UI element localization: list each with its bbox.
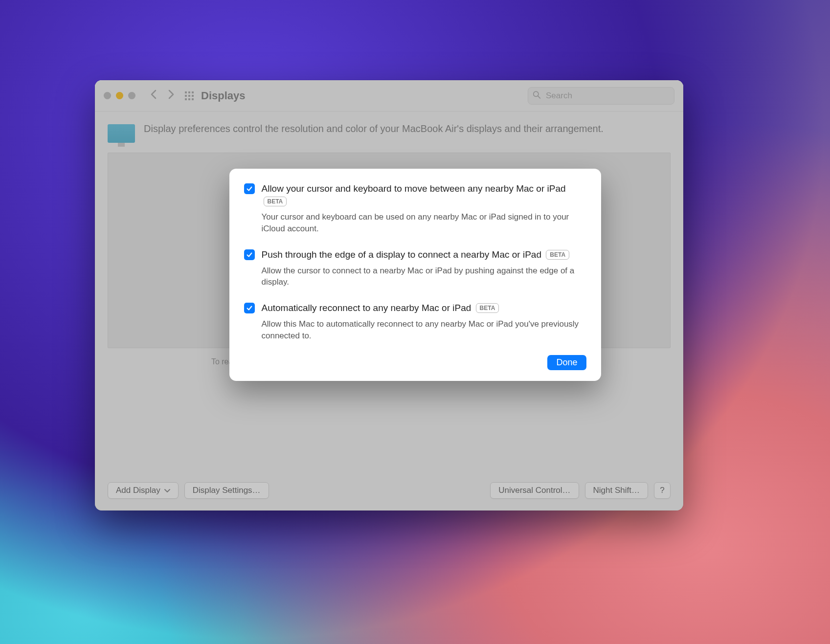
check-icon xyxy=(246,185,253,192)
option-description: Allow this Mac to automatically reconnec… xyxy=(262,318,586,342)
option-push-through-edge: Push through the edge of a display to co… xyxy=(244,248,586,288)
checkbox-auto-reconnect[interactable] xyxy=(244,303,255,313)
option-title: Automatically reconnect to any nearby Ma… xyxy=(262,302,586,314)
universal-control-sheet: Allow your cursor and keyboard to move b… xyxy=(229,169,601,381)
check-icon xyxy=(246,251,253,258)
beta-badge: BETA xyxy=(546,250,569,260)
done-button[interactable]: Done xyxy=(547,355,586,370)
option-description: Your cursor and keyboard can be used on … xyxy=(262,211,586,235)
beta-badge: BETA xyxy=(476,303,499,313)
checkbox-push-through-edge[interactable] xyxy=(244,249,255,260)
sheet-actions: Done xyxy=(244,355,586,370)
option-auto-reconnect: Automatically reconnect to any nearby Ma… xyxy=(244,302,586,341)
option-allow-cursor-keyboard: Allow your cursor and keyboard to move b… xyxy=(244,182,586,235)
beta-badge: BETA xyxy=(264,197,287,206)
option-title: Allow your cursor and keyboard to move b… xyxy=(262,182,586,207)
check-icon xyxy=(246,305,253,311)
checkbox-allow-cursor-keyboard[interactable] xyxy=(244,183,255,194)
option-title: Push through the edge of a display to co… xyxy=(262,248,586,261)
option-description: Allow the cursor to connect to a nearby … xyxy=(262,265,586,289)
